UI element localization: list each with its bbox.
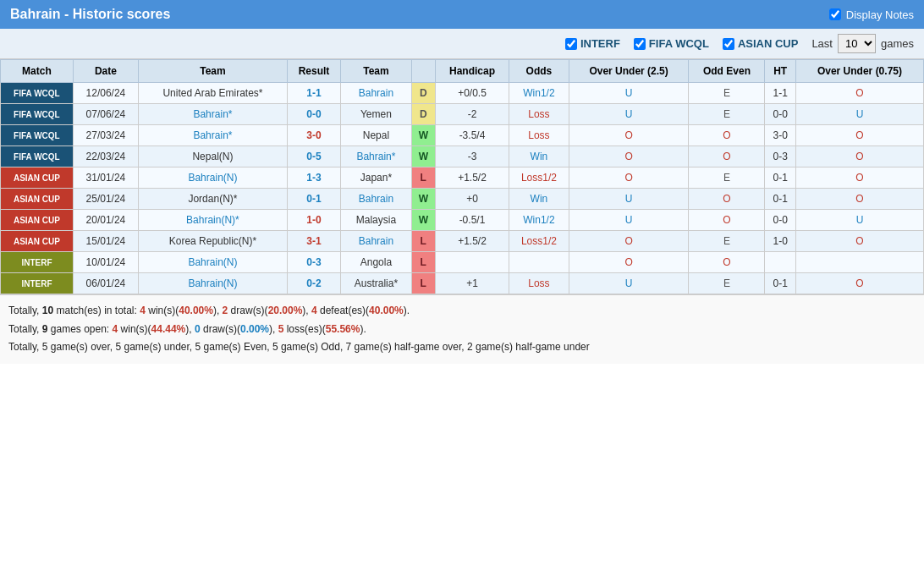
handicap-cell: +0 (435, 189, 509, 210)
odd-even-cell: E (689, 273, 765, 294)
match-type-cell: ASIAN CUP (1, 167, 74, 189)
ou25-cell: O (569, 125, 689, 146)
date-cell: 31/01/24 (73, 167, 138, 189)
display-notes-label: Display Notes (846, 8, 914, 21)
interf-checkbox[interactable] (565, 38, 577, 50)
team2-cell: Bahrain* (341, 146, 412, 167)
ou075-cell: O (795, 231, 923, 252)
team2-cell: Japan* (341, 167, 412, 189)
score-cell[interactable]: 0-2 (287, 273, 340, 294)
result-cell: L (411, 273, 435, 294)
summary-line-2: Totally, 9 games open: 4 win(s)(44.44%),… (8, 321, 916, 339)
display-notes-container: Display Notes (829, 8, 914, 21)
handicap-cell: +1.5/2 (435, 167, 509, 189)
date-cell: 06/01/24 (73, 273, 138, 294)
ou075-cell: U (795, 104, 923, 125)
ou25-cell: U (569, 189, 689, 210)
odd-even-cell: E (689, 83, 765, 104)
col-ht: HT (765, 60, 795, 83)
table-row: FIFA WCQL27/03/24Bahrain*3-0NepalW-3.5/4… (1, 125, 924, 146)
team1-cell: United Arab Emirates* (139, 83, 288, 104)
last-label: Last (811, 37, 833, 50)
score-cell[interactable]: 0-3 (287, 252, 340, 273)
score-cell[interactable]: 0-1 (287, 189, 340, 210)
ou075-cell (795, 252, 923, 273)
ou25-cell: U (569, 104, 689, 125)
ou075-cell: O (795, 189, 923, 210)
team2-cell: Nepal (341, 125, 412, 146)
match-type-cell: FIFA WCQL (1, 83, 74, 104)
handicap-cell: +0/0.5 (435, 83, 509, 104)
score-cell[interactable]: 3-0 (287, 125, 340, 146)
ou25-cell: O (569, 252, 689, 273)
scores-table: Match Date Team Result Team Handicap Odd… (0, 59, 924, 294)
col-result: Result (287, 60, 340, 83)
date-cell: 07/06/24 (73, 104, 138, 125)
score-cell[interactable]: 1-3 (287, 167, 340, 189)
match-type-cell: ASIAN CUP (1, 231, 74, 252)
odds-cell: Loss (509, 104, 569, 125)
last-games-select[interactable]: 10 20 30 (838, 34, 876, 53)
handicap-cell: -3.5/4 (435, 125, 509, 146)
ou075-cell: U (795, 210, 923, 231)
handicap-cell: -2 (435, 104, 509, 125)
header: Bahrain - Historic scores Display Notes (0, 0, 924, 29)
ou075-cell: O (795, 167, 923, 189)
handicap-cell: -3 (435, 146, 509, 167)
asian-label: ASIAN CUP (738, 37, 799, 50)
col-over-under-25: Over Under (2.5) (569, 60, 689, 83)
interf-filter: INTERF (565, 37, 620, 50)
asian-filter: ASIAN CUP (723, 37, 799, 50)
date-cell: 20/01/24 (73, 210, 138, 231)
score-cell[interactable]: 1-1 (287, 83, 340, 104)
col-over-under-075: Over Under (0.75) (795, 60, 923, 83)
result-cell: D (411, 104, 435, 125)
col-team2: Team (341, 60, 412, 83)
table-row: INTERF10/01/24Bahrain(N)0-3AngolaLOO (1, 252, 924, 273)
col-match: Match (1, 60, 74, 83)
team2-cell: Yemen (341, 104, 412, 125)
interf-label: INTERF (580, 37, 620, 50)
last-games-filter: Last 10 20 30 games (811, 34, 914, 53)
team2-cell: Bahrain (341, 231, 412, 252)
score-cell[interactable]: 3-1 (287, 231, 340, 252)
team1-cell: Korea Republic(N)* (139, 231, 288, 252)
col-odd-even: Odd Even (689, 60, 765, 83)
summary-section: Totally, 10 match(es) in total: 4 win(s)… (0, 294, 924, 364)
odds-cell: Loss1/2 (509, 231, 569, 252)
ht-cell: 0-0 (765, 210, 795, 231)
result-cell: W (411, 210, 435, 231)
team1-cell: Bahrain(N)* (139, 210, 288, 231)
ht-cell: 3-0 (765, 125, 795, 146)
match-type-cell: INTERF (1, 273, 74, 294)
odds-cell: Win1/2 (509, 210, 569, 231)
team2-cell: Bahrain (341, 83, 412, 104)
score-cell[interactable]: 1-0 (287, 210, 340, 231)
team2-cell: Angola (341, 252, 412, 273)
col-team1: Team (139, 60, 288, 83)
date-cell: 10/01/24 (73, 252, 138, 273)
ou25-cell: O (569, 231, 689, 252)
handicap-cell: -0.5/1 (435, 210, 509, 231)
ht-cell: 0-1 (765, 189, 795, 210)
fifa-checkbox[interactable] (634, 38, 646, 50)
ou25-cell: U (569, 83, 689, 104)
ht-cell: 1-0 (765, 231, 795, 252)
asian-checkbox[interactable] (723, 38, 734, 50)
display-notes-checkbox[interactable] (829, 8, 841, 20)
match-type-cell: FIFA WCQL (1, 125, 74, 146)
result-cell: L (411, 252, 435, 273)
match-type-cell: FIFA WCQL (1, 104, 74, 125)
odd-even-cell: O (689, 189, 765, 210)
odds-cell: Win1/2 (509, 83, 569, 104)
score-cell[interactable]: 0-0 (287, 104, 340, 125)
score-cell[interactable]: 0-5 (287, 146, 340, 167)
result-cell: W (411, 189, 435, 210)
odd-even-cell: O (689, 252, 765, 273)
odds-cell: Win (509, 146, 569, 167)
ou25-cell: O (569, 146, 689, 167)
ou25-cell: U (569, 210, 689, 231)
odds-cell: Loss (509, 273, 569, 294)
date-cell: 25/01/24 (73, 189, 138, 210)
table-row: INTERF06/01/24Bahrain(N)0-2Australia*L+1… (1, 273, 924, 294)
